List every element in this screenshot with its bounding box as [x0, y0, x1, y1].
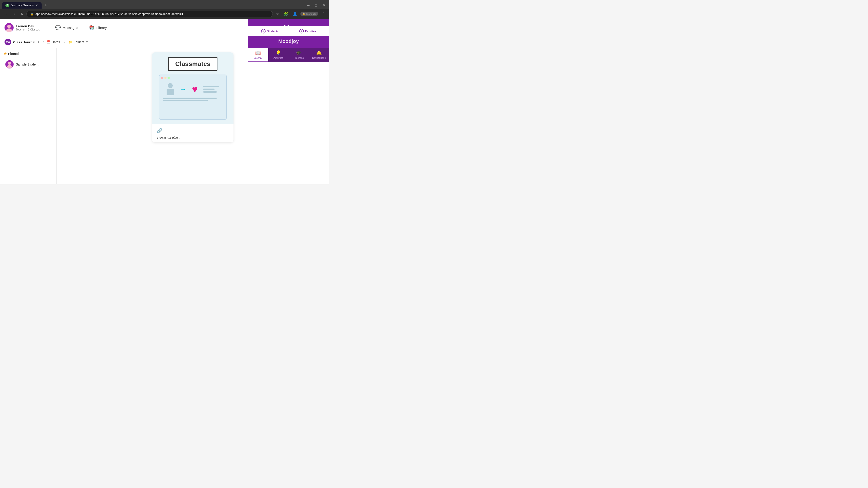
messages-nav-item[interactable]: 💬 Messages [53, 24, 81, 32]
post-card: Classmates [152, 53, 234, 142]
user-text: Lauren Deli Teacher - 2 Classes [16, 24, 40, 31]
person-figure [166, 83, 174, 95]
tab-journal[interactable]: 📖 Journal [248, 48, 268, 62]
classmates-illustration: → ♥ [159, 74, 227, 120]
main-content: ★ Pinned Sample Student [0, 48, 329, 184]
messages-label: Messages [63, 26, 78, 30]
dots-row [159, 75, 226, 81]
folder-icon: 📁 [68, 40, 72, 44]
nav-items: 💬 Messages 📚 Library [53, 24, 110, 32]
dates-section[interactable]: 📅 Dates [46, 40, 60, 44]
families-plus-icon: + [299, 29, 304, 33]
students-plus-icon: + [261, 29, 266, 33]
pinned-label: Pinned [8, 52, 19, 56]
journal-tab-icon: 📖 [255, 50, 261, 56]
post-caption: This is our class! [152, 133, 234, 142]
tab-progress[interactable]: 🎓 Progress [289, 48, 309, 62]
panel-class-name: Moodjoy [248, 37, 329, 48]
nav-arrows: ‹ [42, 40, 43, 44]
ssl-icon: 🔒 [30, 12, 34, 15]
bookmark-button[interactable]: ☆ [275, 11, 281, 17]
bottom-line-1 [163, 98, 217, 99]
user-info: Lauren Deli Teacher - 2 Classes [4, 23, 40, 32]
right-panel: Mo ⚙ Moodjoy 📖 Journal 💡 Activities 🎓 Pr… [248, 19, 329, 36]
forward-button[interactable]: → [11, 11, 17, 17]
incognito-label: Incognito [306, 13, 316, 15]
journal-dropdown-arrow[interactable]: ▼ [37, 40, 40, 43]
person-head [168, 83, 173, 88]
tab-close-button[interactable]: ✕ [35, 4, 38, 7]
dot-red [161, 77, 163, 79]
close-button[interactable]: ✕ [321, 3, 327, 8]
library-nav-item[interactable]: 📚 Library [86, 24, 110, 32]
new-tab-button[interactable]: + [42, 2, 49, 9]
svg-point-1 [7, 25, 11, 28]
journal-title-text: Class Journal [13, 40, 35, 44]
separator-1: › [64, 40, 65, 44]
top-nav: Lauren Deli Teacher - 2 Classes 💬 Messag… [0, 19, 329, 36]
incognito-icon: 🕵 [302, 12, 305, 15]
profile-button[interactable]: 👤 [291, 11, 299, 17]
window-controls: ─ □ ✕ [305, 3, 327, 8]
families-footer-label: Families [305, 30, 316, 33]
activities-tab-label: Activities [274, 57, 283, 59]
folders-dropdown-arrow[interactable]: ▼ [86, 40, 88, 43]
dot-yellow [164, 77, 166, 79]
browser-nav-bar: ← → ↻ 🔒 app.seesaw.me/#/class/class.e01b… [0, 9, 329, 19]
pinned-title: ★ Pinned [4, 52, 53, 56]
svg-point-5 [7, 65, 12, 68]
activities-tab-icon: 💡 [276, 50, 281, 56]
pin-star-icon: ★ [4, 52, 7, 56]
students-footer-label: Students [267, 30, 278, 33]
minimize-button[interactable]: ─ [305, 3, 311, 8]
menu-button[interactable]: ⋮ [320, 11, 327, 17]
families-footer-button[interactable]: + Families [299, 29, 316, 33]
journal-title-group: Mo Class Journal ▼ [4, 39, 40, 45]
notifications-tab-label: Notifications [312, 57, 326, 59]
panel-footer: + Students + Families [248, 26, 329, 36]
line-1 [203, 86, 219, 87]
pinned-section: ★ Pinned Sample Student [4, 52, 53, 70]
tab-favicon: S [5, 4, 9, 7]
browser-tab-bar: S Journal - Seesaw ✕ + ─ □ ✕ [0, 0, 329, 9]
bottom-lines [159, 98, 226, 101]
arrow-icon: → [179, 85, 186, 94]
tab-notifications[interactable]: 🔔 Notifications [309, 48, 329, 62]
line-2 [203, 89, 215, 90]
journal-icon: Mo [4, 39, 11, 45]
library-label: Library [96, 26, 107, 30]
url-text: app.seesaw.me/#/class/class.e01bf4c2-9a2… [35, 12, 183, 15]
heart-icon: ♥ [192, 84, 198, 95]
url-bar[interactable]: 🔒 app.seesaw.me/#/class/class.e01bf4c2-9… [26, 11, 273, 17]
back-button[interactable]: ← [3, 11, 9, 17]
folders-label: Folders [74, 40, 84, 44]
text-lines [203, 86, 219, 93]
active-tab[interactable]: S Journal - Seesaw ✕ [2, 2, 41, 8]
journal-tab-label: Journal [254, 57, 262, 59]
prev-arrow[interactable]: ‹ [42, 40, 43, 44]
notifications-tab-icon: 🔔 [316, 50, 322, 56]
left-sidebar: ★ Pinned Sample Student [0, 48, 57, 184]
maximize-button[interactable]: □ [313, 3, 319, 8]
folders-section[interactable]: 📁 Folders ▼ [68, 40, 88, 44]
sidebar-student-name: Sample Student [16, 63, 38, 66]
app-container: Lauren Deli Teacher - 2 Classes 💬 Messag… [0, 19, 329, 184]
user-avatar [4, 23, 13, 32]
calendar-icon: 📅 [46, 40, 51, 44]
reload-button[interactable]: ↻ [19, 11, 25, 17]
illustration-content: → ♥ [159, 81, 226, 98]
students-footer-button[interactable]: + Students [261, 29, 278, 33]
post-image: Classmates [152, 53, 234, 124]
classmates-text: Classmates [175, 60, 211, 67]
sidebar-student-item[interactable]: Sample Student [4, 59, 53, 70]
svg-point-2 [6, 29, 12, 32]
dot-green [167, 77, 170, 79]
panel-tabs: 📖 Journal 💡 Activities 🎓 Progress 🔔 Noti… [248, 48, 329, 62]
tab-activities[interactable]: 💡 Activities [268, 48, 289, 62]
progress-tab-label: Progress [293, 57, 304, 59]
link-icon[interactable]: 🔗 [157, 128, 234, 133]
extension-button[interactable]: 🧩 [282, 11, 289, 17]
user-name: Lauren Deli [16, 24, 40, 28]
sidebar-student-avatar [5, 60, 13, 68]
library-icon: 📚 [89, 25, 94, 30]
